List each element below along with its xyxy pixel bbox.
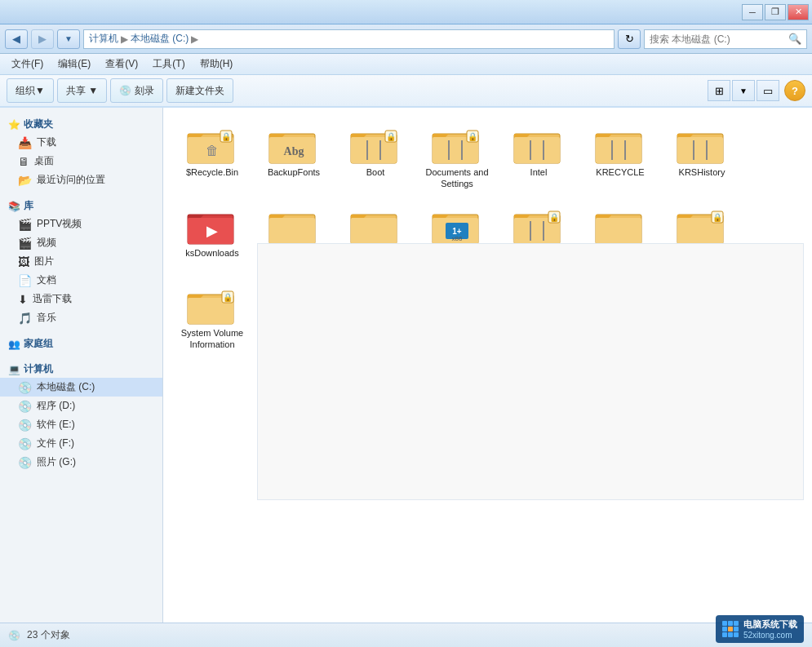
sidebar-item-music[interactable]: 🎵 音乐 (0, 308, 162, 327)
watermark-logo (722, 621, 739, 637)
favorites-icon: ⭐ (8, 119, 20, 131)
forward-button[interactable]: ▶ (31, 29, 54, 49)
view-buttons: ⊞ ▼ ▭ ? (708, 80, 805, 101)
sidebar-item-e-drive[interactable]: 💿 软件 (E:) (0, 415, 162, 434)
view-toggle-button[interactable]: ⊞ (708, 80, 730, 101)
path-sep1: ▶ (121, 33, 128, 45)
burn-button[interactable]: 💿 刻录 (110, 78, 163, 103)
svg-text:▶: ▶ (206, 223, 218, 239)
folder-recycle-bin[interactable]: 🗑 🔒 $Recycle.Bin (171, 116, 253, 197)
folder-name: KRECYCLE (596, 166, 644, 178)
folder-icon-sysvolinfo: 🔒 (186, 283, 238, 327)
restore-button[interactable]: ❐ (765, 4, 786, 20)
folder-icon-programfiles (349, 203, 402, 247)
close-button[interactable]: ✕ (788, 4, 809, 20)
minimize-button[interactable]: ─ (742, 4, 763, 20)
sidebar-item-pptv[interactable]: 🎬 PPTV视频 (0, 215, 162, 233)
address-path[interactable]: 计算机 ▶ 本地磁盘 (C:) ▶ (83, 29, 615, 49)
sidebar-item-video[interactable]: 🎬 视频 (0, 233, 162, 252)
sidebar-item-thunder[interactable]: ⬇ 迅雷下载 (0, 290, 162, 308)
view-dropdown-button[interactable]: ▼ (732, 80, 755, 101)
folder-name: System Volume Information (175, 327, 249, 351)
organize-button[interactable]: 组织▼ (7, 78, 54, 103)
sidebar-item-music-label: 音乐 (37, 311, 56, 325)
new-folder-label: 新建文件夹 (175, 84, 224, 98)
addressbar: ◀ ▶ ▼ 计算机 ▶ 本地磁盘 (C:) ▶ ↻ 🔍 (0, 24, 812, 54)
new-folder-button[interactable]: 新建文件夹 (166, 78, 233, 103)
folder-name: BackupFonts (268, 166, 320, 178)
pictures-icon: 🖼 (18, 255, 29, 268)
sidebar-item-g-drive[interactable]: 💿 照片 (G:) (0, 453, 162, 472)
sidebar-item-g-drive-label: 照片 (G:) (37, 455, 76, 469)
sidebar-item-recent[interactable]: 📂 最近访问的位置 (0, 171, 162, 189)
folder-documents-settings[interactable]: 🔒 Documents and Settings (416, 116, 498, 197)
video-icon: 🎬 (18, 237, 32, 250)
sidebar-item-thunder-label: 迅雷下载 (33, 292, 72, 306)
svg-rect-47 (351, 218, 397, 244)
organize-label: 组织▼ (16, 84, 45, 98)
folder-backupfonts[interactable]: Abg BackupFonts (253, 116, 335, 197)
folder-icon-krecycle (594, 122, 646, 166)
folder-icon-docs: 🔒 (431, 122, 483, 166)
folder-icon-programfiles86: 1+ x86 (431, 203, 483, 247)
documents-icon: 📄 (18, 274, 32, 287)
sidebar: ⭐ 收藏夹 📥 下载 🖥 桌面 📂 最近访问的位置 📚 库 🎬 PPTV视频 🎬… (0, 108, 163, 623)
panel-toggle-button[interactable]: ▭ (757, 80, 779, 101)
sidebar-item-recent-label: 最近访问的位置 (37, 173, 105, 187)
library-section-title: 📚 库 (0, 196, 162, 215)
watermark-grid (722, 621, 739, 637)
sidebar-item-pictures-label: 图片 (34, 255, 54, 268)
folder-intel[interactable]: Intel (498, 116, 579, 197)
status-count: 23 个对象 (27, 628, 70, 642)
folder-krshistory[interactable]: KRSHistory (661, 116, 743, 197)
refresh-button[interactable]: ↻ (618, 29, 641, 49)
svg-text:🔒: 🔒 (386, 131, 397, 142)
folder-krecycle[interactable]: KRECYCLE (579, 116, 661, 197)
sidebar-item-d-drive[interactable]: 💿 程序 (D:) (0, 397, 162, 415)
sidebar-item-c-drive[interactable]: 💿 本地磁盘 (C:) (0, 378, 162, 397)
watermark: 电脑系统下载 52xitong.com (716, 615, 804, 643)
sidebar-item-desktop-label: 桌面 (34, 154, 54, 168)
menu-tools[interactable]: 工具(T) (146, 55, 191, 73)
svg-text:🔒: 🔒 (549, 212, 560, 223)
path-sep2: ▶ (191, 33, 198, 45)
folder-boot[interactable]: 🔒 Boot (335, 116, 416, 197)
toolbar: 组织▼ 共享 ▼ 💿 刻录 新建文件夹 ⊞ ▼ ▭ ? (0, 75, 812, 108)
computer-icon: 💻 (8, 364, 20, 375)
menu-edit[interactable]: 编辑(E) (51, 55, 97, 73)
sidebar-item-documents[interactable]: 📄 文档 (0, 271, 162, 290)
statusbar: 💿 23 个对象 电脑系统下载 52xitong.com (0, 623, 812, 647)
recent-icon: 📂 (18, 174, 32, 187)
homegroup-section-title: 👥 家庭组 (0, 334, 162, 352)
folder-ksdownloads[interactable]: ▶ ksDownloads (171, 197, 253, 277)
search-input[interactable] (650, 33, 788, 45)
pptv-icon: 🎬 (18, 218, 32, 231)
sidebar-item-desktop[interactable]: 🖥 桌面 (0, 152, 162, 171)
menu-view[interactable]: 查看(V) (99, 55, 144, 73)
sidebar-item-f-drive-label: 文件 (F:) (37, 437, 74, 450)
folder-icon-boot: 🔒 (349, 122, 402, 166)
help-button[interactable]: ? (784, 80, 805, 101)
folder-icon-perflogs (268, 203, 320, 247)
folder-icon-programdata: 🔒 (512, 203, 565, 247)
sidebar-item-e-drive-label: 软件 (E:) (37, 418, 75, 432)
folder-icon-recycle: 🗑 🔒 (186, 122, 238, 166)
menu-file[interactable]: 文件(F) (5, 55, 50, 73)
svg-rect-30 (596, 137, 641, 163)
sidebar-item-download[interactable]: 📥 下载 (0, 133, 162, 152)
sidebar-item-pictures[interactable]: 🖼 图片 (0, 252, 162, 271)
svg-text:🔒: 🔒 (712, 212, 723, 223)
computer-section-title: 💻 计算机 (0, 359, 162, 378)
sidebar-item-f-drive[interactable]: 💿 文件 (F:) (0, 434, 162, 453)
back-button[interactable]: ◀ (5, 29, 28, 49)
main-area: ⭐ 收藏夹 📥 下载 🖥 桌面 📂 最近访问的位置 📚 库 🎬 PPTV视频 🎬… (0, 108, 812, 623)
sidebar-item-download-label: 下载 (37, 135, 56, 149)
share-button[interactable]: 共享 ▼ (57, 78, 107, 103)
path-drive: 本地磁盘 (C:) (131, 32, 189, 46)
d-drive-icon: 💿 (18, 400, 32, 413)
menu-help[interactable]: 帮助(H) (193, 55, 240, 73)
dropdown-arrow-button[interactable]: ▼ (57, 29, 80, 49)
folder-system-volume[interactable]: 🔒 System Volume Information (171, 277, 253, 357)
watermark-title: 电脑系统下载 (743, 618, 797, 631)
e-drive-icon: 💿 (18, 419, 32, 432)
